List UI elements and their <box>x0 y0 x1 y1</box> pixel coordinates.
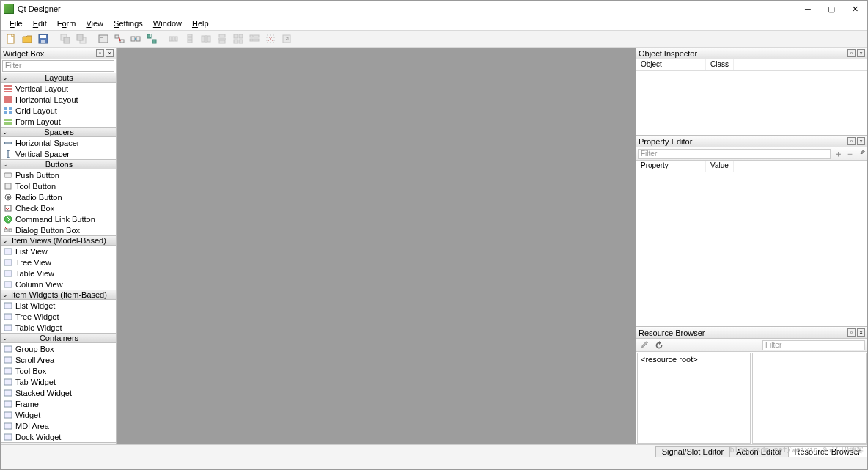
save-button[interactable] <box>36 32 51 46</box>
col-object[interactable]: Object <box>636 59 706 70</box>
menu-settings[interactable]: Settings <box>109 18 147 29</box>
adjust-size-button[interactable] <box>279 32 294 46</box>
svg-rect-46 <box>9 107 12 110</box>
widget-tool-button[interactable]: Tool Button <box>1 180 116 191</box>
close-panel-button[interactable]: × <box>857 49 865 57</box>
widget-label: Tree Widget <box>15 312 59 321</box>
widget-frame[interactable]: Frame <box>1 398 116 409</box>
widget-tree-view[interactable]: Tree View <box>1 257 116 268</box>
reload-resources-button[interactable] <box>653 339 665 351</box>
widget-list-view[interactable]: List View <box>1 246 116 257</box>
menu-help[interactable]: Help <box>188 18 213 29</box>
widget-stacked-widget[interactable]: Stacked Widget <box>1 387 116 398</box>
widget-push-button[interactable]: Push Button <box>1 169 116 180</box>
bring-front-button[interactable] <box>74 32 89 46</box>
new-form-button[interactable] <box>4 32 18 46</box>
widget-vertical-layout[interactable]: Vertical Layout <box>1 83 116 94</box>
property-editor-body[interactable] <box>636 172 867 326</box>
property-config-button[interactable] <box>856 148 867 160</box>
widget-horizontal-layout[interactable]: Horizontal Layout <box>1 94 116 105</box>
widget-box-panel: Widget Box ▫× Filter ⌄LayoutsVertical La… <box>1 48 117 444</box>
col-property[interactable]: Property <box>636 161 706 172</box>
category-item-widgets-item-based-[interactable]: ⌄Item Widgets (Item-Based) <box>1 290 116 300</box>
resource-preview[interactable] <box>752 353 867 444</box>
open-button[interactable] <box>20 32 34 46</box>
layout-horizontal-button[interactable] <box>166 32 181 46</box>
col-value[interactable]: Value <box>706 161 734 172</box>
menu-view[interactable]: View <box>81 18 108 29</box>
close-panel-button[interactable]: × <box>106 49 114 57</box>
widget-icon <box>4 226 12 235</box>
widget-vertical-spacer[interactable]: Vertical Spacer <box>1 148 116 159</box>
widget-scroll-area[interactable]: Scroll Area <box>1 354 116 365</box>
float-button[interactable]: ▫ <box>847 328 856 337</box>
menu-window[interactable]: Window <box>149 18 186 29</box>
widget-tool-box[interactable]: Tool Box <box>1 365 116 376</box>
design-canvas[interactable] <box>117 48 636 444</box>
widget-check-box[interactable]: Check Box <box>1 202 116 213</box>
edit-signals-button[interactable] <box>112 32 127 46</box>
widget-horizontal-spacer[interactable]: Horizontal Spacer <box>1 137 116 148</box>
col-class[interactable]: Class <box>706 59 734 70</box>
tab-signal-slot[interactable]: Signal/Slot Editor <box>655 446 730 457</box>
widget-label: List Widget <box>15 301 55 310</box>
break-layout-button[interactable] <box>263 32 278 46</box>
maximize-button[interactable]: ▢ <box>826 4 836 14</box>
widget-widget[interactable]: Widget <box>1 409 116 420</box>
send-back-button[interactable] <box>58 32 73 46</box>
bottom-tabs: Signal/Slot Editor Action Editor Resourc… <box>1 444 867 458</box>
add-property-button[interactable]: ＋ <box>832 148 844 160</box>
widget-form-layout[interactable]: Form Layout <box>1 116 116 127</box>
tab-action-editor[interactable]: Action Editor <box>729 446 788 457</box>
float-button[interactable]: ▫ <box>96 49 104 57</box>
menu-form[interactable]: Form <box>53 18 81 29</box>
category-spacers[interactable]: ⌄Spacers <box>1 127 116 137</box>
menu-edit[interactable]: Edit <box>29 18 51 29</box>
object-inspector-body[interactable] <box>636 71 867 135</box>
widget-filter-input[interactable]: Filter <box>2 60 114 72</box>
close-panel-button[interactable]: × <box>857 328 865 337</box>
widget-box-header: Widget Box ▫× <box>1 48 116 59</box>
category-layouts[interactable]: ⌄Layouts <box>1 73 116 83</box>
widget-grid-layout[interactable]: Grid Layout <box>1 105 116 116</box>
widget-mdi-area[interactable]: MDI Area <box>1 420 116 431</box>
layout-vsplit-button[interactable] <box>215 32 229 46</box>
widget-dialog-button-box[interactable]: Dialog Button Box <box>1 224 116 235</box>
float-button[interactable]: ▫ <box>847 49 856 57</box>
tab-resource-browser[interactable]: Resource Browser <box>788 446 867 457</box>
widget-tab-widget[interactable]: Tab Widget <box>1 376 116 387</box>
svg-rect-61 <box>4 249 12 254</box>
edit-widgets-button[interactable] <box>96 32 111 46</box>
float-button[interactable]: ▫ <box>847 137 856 145</box>
widget-table-view[interactable]: Table View <box>1 268 116 279</box>
close-panel-button[interactable]: × <box>857 137 865 145</box>
category-containers[interactable]: ⌄Containers <box>1 333 116 343</box>
widget-column-view[interactable]: Column View <box>1 279 116 290</box>
edit-buddies-button[interactable] <box>128 32 143 46</box>
menu-file[interactable]: File <box>5 18 27 29</box>
close-button[interactable]: ✕ <box>850 4 860 14</box>
widget-command-link-button[interactable]: Command Link Button <box>1 213 116 224</box>
property-filter-input[interactable]: Filter <box>638 149 831 159</box>
minimize-button[interactable]: ─ <box>803 4 813 14</box>
resource-tree[interactable]: <resource root> <box>637 353 751 444</box>
remove-property-button[interactable]: － <box>844 148 856 160</box>
widget-tree-widget[interactable]: Tree Widget <box>1 311 116 322</box>
widget-list-widget[interactable]: List Widget <box>1 300 116 311</box>
layout-hsplit-button[interactable] <box>199 32 213 46</box>
layout-vertical-button[interactable] <box>183 32 197 46</box>
category-input-widgets[interactable]: ⌄Input Widgets <box>1 442 116 444</box>
edit-tab-order-button[interactable]: 1 <box>144 32 159 46</box>
category-buttons[interactable]: ⌄Buttons <box>1 159 116 169</box>
category-item-views-model-based-[interactable]: ⌄Item Views (Model-Based) <box>1 235 116 246</box>
widget-table-widget[interactable]: Table Widget <box>1 322 116 333</box>
widget-radio-button[interactable]: Radio Button <box>1 191 116 202</box>
resource-filter-input[interactable]: Filter <box>762 340 865 350</box>
layout-form-button[interactable] <box>247 32 262 46</box>
svg-rect-62 <box>4 260 12 265</box>
widget-group-box[interactable]: Group Box <box>1 343 116 354</box>
layout-grid-button[interactable] <box>231 32 246 46</box>
widget-list[interactable]: ⌄LayoutsVertical LayoutHorizontal Layout… <box>1 73 116 444</box>
edit-resources-button[interactable] <box>639 339 650 351</box>
widget-dock-widget[interactable]: Dock Widget <box>1 431 116 442</box>
